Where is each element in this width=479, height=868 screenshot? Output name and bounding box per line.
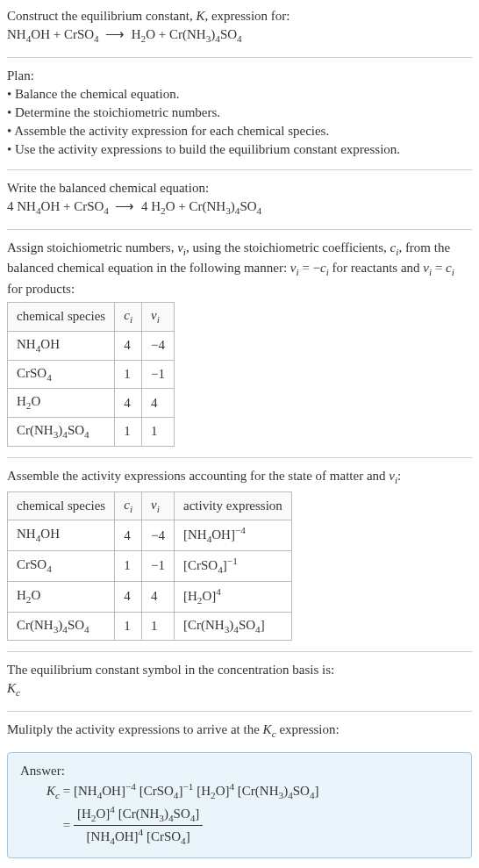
- activity-section: Assemble the activity expressions accoun…: [7, 467, 472, 642]
- stoich-section: Assign stoichiometric numbers, νi, using…: [7, 239, 472, 447]
- table-row: CrSO4 1 −1 [CrSO4]−1: [8, 551, 292, 582]
- col-nui: νi: [142, 303, 175, 332]
- table-row: Cr(NH3)4SO4 1 1: [8, 418, 175, 447]
- cell: CrSO4: [8, 360, 115, 389]
- plan-title: Plan:: [7, 67, 472, 85]
- cell: H2O: [8, 581, 115, 612]
- table-row: chemical species ci νi: [8, 303, 175, 332]
- cell: [NH4OH]−4: [174, 520, 291, 551]
- cell: NH4OH: [8, 331, 115, 360]
- balanced-equation: 4 NH4OH + CrSO4 ⟶ 4 H2O + Cr(NH3)4SO4: [7, 199, 261, 213]
- activity-table: chemical species ci νi activity expressi…: [7, 491, 292, 642]
- answer-box: Answer: Kc = [NH4OH]−4 [CrSO4]−1 [H2O]4 …: [7, 752, 472, 858]
- cell: 4: [115, 581, 142, 612]
- cell: 1: [115, 418, 142, 447]
- table-row: CrSO4 1 −1: [8, 360, 175, 389]
- activity-title: Assemble the activity expressions accoun…: [7, 467, 472, 488]
- table-row: H2O 4 4: [8, 389, 175, 418]
- col-activity: activity expression: [174, 491, 291, 520]
- cell: 4: [115, 331, 142, 360]
- cell: 1: [115, 612, 142, 641]
- col-species: chemical species: [8, 303, 115, 332]
- prompt-header: Construct the equilibrium constant, K, e…: [7, 7, 472, 47]
- plan-item: • Use the activity expressions to build …: [7, 140, 472, 159]
- divider: [7, 57, 472, 58]
- cell: H2O: [8, 389, 115, 418]
- cell: 4: [115, 520, 142, 551]
- col-ci: ci: [115, 303, 142, 332]
- cell: Cr(NH3)4SO4: [8, 612, 115, 641]
- table-row: NH4OH 4 −4: [8, 331, 175, 360]
- plan-item: • Assemble the activity expression for e…: [7, 122, 472, 140]
- cell: 1: [115, 551, 142, 582]
- cell: −1: [142, 551, 175, 582]
- cell: 4: [142, 389, 175, 418]
- balanced-section: Write the balanced chemical equation: 4 …: [7, 179, 472, 219]
- stoich-text: Assign stoichiometric numbers, νi, using…: [7, 239, 472, 299]
- prompt-equation: NH4OH + CrSO4 ⟶ H2O + Cr(NH3)4SO4: [7, 27, 242, 41]
- divider: [7, 711, 472, 712]
- symbol-kc: Kc: [7, 679, 472, 700]
- plan-section: Plan: • Balance the chemical equation. •…: [7, 67, 472, 159]
- table-row: NH4OH 4 −4 [NH4OH]−4: [8, 520, 292, 551]
- multiply-section: Mulitply the activity expressions to arr…: [7, 721, 472, 742]
- table-row: H2O 4 4 [H2O]4: [8, 581, 292, 612]
- cell: −1: [142, 360, 175, 389]
- cell: −4: [142, 331, 175, 360]
- divider: [7, 229, 472, 230]
- answer-label: Answer:: [20, 762, 459, 780]
- cell: 1: [142, 612, 175, 641]
- divider: [7, 457, 472, 458]
- cell: 1: [115, 360, 142, 389]
- balanced-title: Write the balanced chemical equation:: [7, 179, 472, 197]
- divider: [7, 651, 472, 652]
- table-row: Cr(NH3)4SO4 1 1 [Cr(NH3)4SO4]: [8, 612, 292, 641]
- multiply-title: Mulitply the activity expressions to arr…: [7, 722, 340, 736]
- cell: [Cr(NH3)4SO4]: [174, 612, 291, 641]
- cell: Cr(NH3)4SO4: [8, 418, 115, 447]
- cell: −4: [142, 520, 175, 551]
- cell: 1: [142, 418, 175, 447]
- plan-item: • Determine the stoichiometric numbers.: [7, 104, 472, 122]
- stoich-table: chemical species ci νi NH4OH 4 −4 CrSO4 …: [7, 302, 175, 447]
- cell: [CrSO4]−1: [174, 551, 291, 582]
- cell: [H2O]4: [174, 581, 291, 612]
- symbol-section: The equilibrium constant symbol in the c…: [7, 661, 472, 700]
- divider: [7, 169, 472, 170]
- prompt-line1: Construct the equilibrium constant, K, e…: [7, 9, 290, 23]
- answer-equation: Kc = [NH4OH]−4 [CrSO4]−1 [H2O]4 [Cr(NH3)…: [46, 780, 459, 849]
- col-ci: ci: [115, 491, 142, 520]
- cell: CrSO4: [8, 551, 115, 582]
- col-nui: νi: [142, 491, 175, 520]
- table-row: chemical species ci νi activity expressi…: [8, 491, 292, 520]
- plan-item: • Balance the chemical equation.: [7, 85, 472, 104]
- col-species: chemical species: [8, 491, 115, 520]
- cell: NH4OH: [8, 520, 115, 551]
- cell: 4: [142, 581, 175, 612]
- cell: 4: [115, 389, 142, 418]
- symbol-line1: The equilibrium constant symbol in the c…: [7, 661, 472, 679]
